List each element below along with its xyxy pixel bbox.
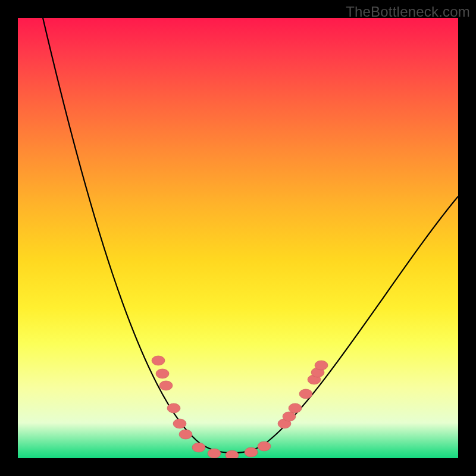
- marker-group: [152, 356, 328, 458]
- data-point-marker: [226, 450, 239, 458]
- data-point-marker: [173, 419, 186, 428]
- data-point-marker: [192, 443, 205, 452]
- data-point-marker: [156, 369, 169, 378]
- data-point-marker: [299, 389, 312, 399]
- data-point-marker: [208, 449, 221, 458]
- watermark-text: TheBottleneck.com: [346, 4, 470, 20]
- data-point-marker: [258, 441, 271, 451]
- data-point-marker: [152, 356, 165, 365]
- data-point-marker: [283, 412, 296, 421]
- data-point-marker: [245, 447, 258, 457]
- data-point-marker: [315, 361, 328, 370]
- chart-overlay: [18, 18, 458, 458]
- chart-frame: TheBottleneck.com: [0, 0, 476, 476]
- bottleneck-curve: [43, 18, 458, 453]
- data-point-marker: [289, 403, 302, 413]
- data-point-marker: [179, 430, 192, 439]
- data-point-marker: [159, 381, 173, 390]
- plot-area: [18, 18, 458, 458]
- data-point-marker: [167, 403, 180, 413]
